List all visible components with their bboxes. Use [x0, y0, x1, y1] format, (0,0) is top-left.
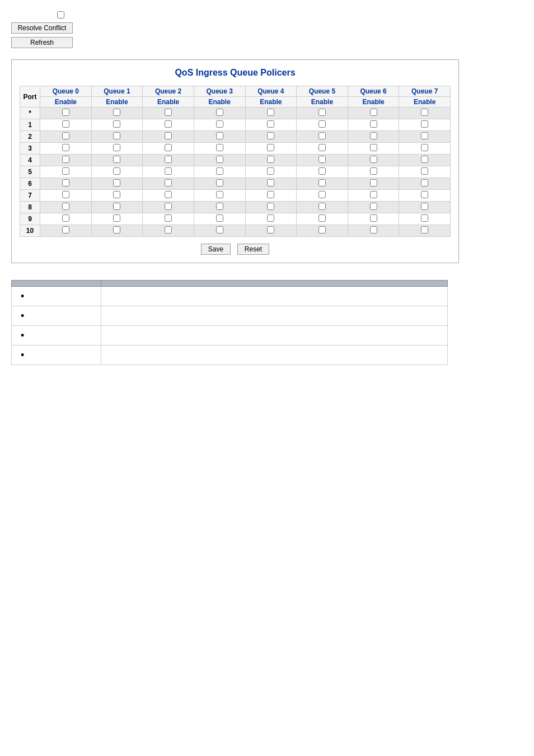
checkbox-port9-q0[interactable] — [62, 214, 69, 222]
checkbox-port9-q6[interactable] — [370, 214, 377, 222]
port-cell: 5 — [20, 166, 40, 178]
checkbox-port*-q2[interactable] — [165, 109, 172, 116]
checkbox-port7-q1[interactable] — [113, 191, 120, 198]
checkbox-port2-q3[interactable] — [216, 132, 223, 139]
checkbox-port10-q4[interactable] — [267, 226, 274, 234]
checkbox-port2-q2[interactable] — [165, 132, 172, 139]
checkbox-port*-q7[interactable] — [421, 109, 428, 116]
checkbox-port7-q2[interactable] — [165, 191, 172, 198]
checkbox-port1-q7[interactable] — [421, 120, 428, 128]
checkbox-port7-q4[interactable] — [267, 191, 274, 198]
checkbox-port*-q0[interactable] — [62, 109, 69, 116]
checkbox-port1-q4[interactable] — [267, 120, 274, 128]
checkbox-port1-q0[interactable] — [62, 120, 69, 128]
checkbox-port4-q1[interactable] — [113, 156, 120, 163]
checkbox-port4-q0[interactable] — [62, 156, 69, 163]
checkbox-port5-q7[interactable] — [421, 167, 428, 175]
checkbox-port5-q3[interactable] — [216, 167, 223, 175]
checkbox-port3-q6[interactable] — [370, 144, 377, 151]
checkbox-port3-q1[interactable] — [113, 144, 120, 151]
checkbox-port8-q1[interactable] — [113, 203, 120, 210]
checkbox-port8-q4[interactable] — [267, 203, 274, 210]
checkbox-port1-q5[interactable] — [318, 120, 326, 128]
checkbox-port5-q0[interactable] — [62, 167, 69, 175]
checkbox-port10-q6[interactable] — [370, 226, 377, 234]
checkbox-port2-q5[interactable] — [318, 132, 326, 139]
checkbox-port9-q4[interactable] — [267, 214, 274, 222]
checkbox-cell-port7-q7 — [399, 190, 451, 202]
checkbox-port6-q2[interactable] — [165, 179, 172, 186]
checkbox-port8-q5[interactable] — [318, 203, 326, 210]
checkbox-port10-q0[interactable] — [62, 226, 69, 234]
checkbox-port2-q6[interactable] — [370, 132, 377, 139]
checkbox-port7-q0[interactable] — [62, 191, 69, 198]
checkbox-port9-q5[interactable] — [318, 214, 326, 222]
checkbox-port2-q0[interactable] — [62, 132, 69, 139]
checkbox-port1-q2[interactable] — [165, 120, 172, 128]
checkbox-port6-q6[interactable] — [370, 179, 377, 186]
checkbox-port6-q0[interactable] — [62, 179, 69, 186]
checkbox-port*-q6[interactable] — [370, 109, 377, 116]
checkbox-port8-q7[interactable] — [421, 203, 428, 210]
resolve-conflict-button[interactable]: Resolve Conflict — [11, 22, 73, 34]
checkbox-port7-q3[interactable] — [216, 191, 223, 198]
checkbox-port4-q2[interactable] — [165, 156, 172, 163]
checkbox-cell-port6-q5 — [297, 178, 348, 190]
checkbox-port10-q5[interactable] — [318, 226, 326, 234]
reset-button[interactable]: Reset — [237, 244, 269, 255]
checkbox-port2-q7[interactable] — [421, 132, 428, 139]
checkbox-port8-q6[interactable] — [370, 203, 377, 210]
checkbox-port10-q7[interactable] — [421, 226, 428, 234]
checkbox-port9-q2[interactable] — [165, 214, 172, 222]
checkbox-port6-q1[interactable] — [113, 179, 120, 186]
checkbox-port2-q4[interactable] — [267, 132, 274, 139]
checkbox-port*-q4[interactable] — [267, 109, 274, 116]
checkbox-port6-q5[interactable] — [318, 179, 326, 186]
checkbox-port1-q3[interactable] — [216, 120, 223, 128]
checkbox-cell-port7-q1 — [91, 190, 143, 202]
checkbox-port8-q3[interactable] — [216, 203, 223, 210]
checkbox-port4-q5[interactable] — [318, 156, 326, 163]
port-cell: 1 — [20, 119, 40, 131]
checkbox-port8-q0[interactable] — [62, 203, 69, 210]
top-checkbox[interactable] — [57, 11, 64, 18]
checkbox-port6-q3[interactable] — [216, 179, 223, 186]
checkbox-port10-q3[interactable] — [216, 226, 223, 234]
checkbox-port5-q2[interactable] — [165, 167, 172, 175]
checkbox-port1-q6[interactable] — [370, 120, 377, 128]
checkbox-port5-q6[interactable] — [370, 167, 377, 175]
checkbox-port9-q1[interactable] — [113, 214, 120, 222]
refresh-button[interactable]: Refresh — [11, 37, 73, 48]
checkbox-port4-q3[interactable] — [216, 156, 223, 163]
checkbox-port9-q3[interactable] — [216, 214, 223, 222]
checkbox-port*-q3[interactable] — [216, 109, 223, 116]
checkbox-port2-q1[interactable] — [113, 132, 120, 139]
checkbox-port6-q7[interactable] — [421, 179, 428, 186]
checkbox-port7-q5[interactable] — [318, 191, 326, 198]
checkbox-port5-q4[interactable] — [267, 167, 274, 175]
checkbox-port3-q0[interactable] — [62, 144, 69, 151]
checkbox-port4-q7[interactable] — [421, 156, 428, 163]
checkbox-port9-q7[interactable] — [421, 214, 428, 222]
checkbox-port10-q1[interactable] — [113, 226, 120, 234]
checkbox-port3-q4[interactable] — [267, 144, 274, 151]
save-button[interactable]: Save — [201, 244, 231, 255]
checkbox-port4-q6[interactable] — [370, 156, 377, 163]
checkbox-cell-port2-q4 — [245, 131, 297, 143]
checkbox-port4-q4[interactable] — [267, 156, 274, 163]
checkbox-port1-q1[interactable] — [113, 120, 120, 128]
checkbox-port8-q2[interactable] — [165, 203, 172, 210]
checkbox-port10-q2[interactable] — [165, 226, 172, 234]
checkbox-port3-q2[interactable] — [165, 144, 172, 151]
checkbox-port6-q4[interactable] — [267, 179, 274, 186]
checkbox-port5-q1[interactable] — [113, 167, 120, 175]
checkbox-port5-q5[interactable] — [318, 167, 326, 175]
checkbox-cell-port10-q6 — [348, 225, 399, 237]
checkbox-port*-q1[interactable] — [113, 109, 120, 116]
checkbox-port*-q5[interactable] — [318, 109, 326, 116]
checkbox-port7-q7[interactable] — [421, 191, 428, 198]
checkbox-port7-q6[interactable] — [370, 191, 377, 198]
checkbox-port3-q7[interactable] — [421, 144, 428, 151]
checkbox-port3-q5[interactable] — [318, 144, 326, 151]
checkbox-port3-q3[interactable] — [216, 144, 223, 151]
